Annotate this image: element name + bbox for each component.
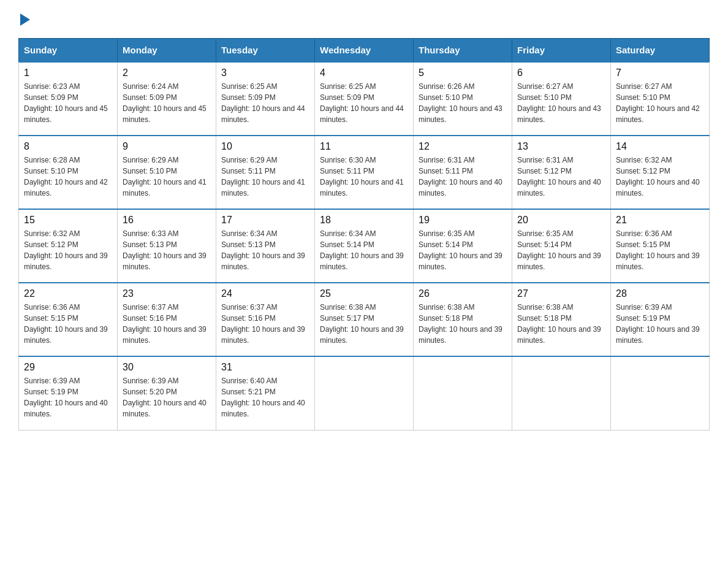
day-info: Sunrise: 6:32 AMSunset: 5:12 PMDaylight:… [616,156,700,197]
calendar-table: Sunday Monday Tuesday Wednesday Thursday… [18,38,710,431]
table-row: 18 Sunrise: 6:34 AMSunset: 5:14 PMDaylig… [315,209,414,283]
day-info: Sunrise: 6:34 AMSunset: 5:13 PMDaylight:… [221,229,305,271]
header-sunday: Sunday [19,39,118,63]
day-info: Sunrise: 6:36 AMSunset: 5:15 PMDaylight:… [24,303,108,345]
day-number: 24 [221,288,309,299]
day-number: 13 [517,141,605,152]
day-info: Sunrise: 6:34 AMSunset: 5:14 PMDaylight:… [320,229,404,271]
table-row: 4 Sunrise: 6:25 AMSunset: 5:09 PMDayligh… [315,62,414,136]
day-info: Sunrise: 6:36 AMSunset: 5:15 PMDaylight:… [616,229,700,271]
day-number: 12 [419,141,507,152]
table-row: 29 Sunrise: 6:39 AMSunset: 5:19 PMDaylig… [19,356,118,430]
table-row: 2 Sunrise: 6:24 AMSunset: 5:09 PMDayligh… [118,62,216,136]
header-tuesday: Tuesday [216,39,315,63]
day-info: Sunrise: 6:23 AMSunset: 5:09 PMDaylight:… [24,82,108,124]
day-info: Sunrise: 6:35 AMSunset: 5:14 PMDaylight:… [517,229,601,271]
day-number: 31 [221,362,309,373]
day-number: 20 [517,215,605,226]
day-info: Sunrise: 6:33 AMSunset: 5:13 PMDaylight:… [123,229,207,271]
table-row: 13 Sunrise: 6:31 AMSunset: 5:12 PMDaylig… [512,136,611,209]
day-number: 23 [123,288,211,299]
table-row: 6 Sunrise: 6:27 AMSunset: 5:10 PMDayligh… [512,62,611,136]
day-number: 14 [616,141,704,152]
logo [18,12,30,26]
day-info: Sunrise: 6:39 AMSunset: 5:20 PMDaylight:… [123,377,207,418]
header-thursday: Thursday [414,39,512,63]
table-row: 8 Sunrise: 6:28 AMSunset: 5:10 PMDayligh… [19,136,118,209]
table-row: 11 Sunrise: 6:30 AMSunset: 5:11 PMDaylig… [315,136,414,209]
header-friday: Friday [512,39,611,63]
day-number: 28 [616,288,704,299]
table-row: 27 Sunrise: 6:38 AMSunset: 5:18 PMDaylig… [512,283,611,356]
day-info: Sunrise: 6:35 AMSunset: 5:14 PMDaylight:… [419,229,502,271]
day-number: 15 [24,215,112,226]
day-number: 7 [616,67,704,79]
day-info: Sunrise: 6:39 AMSunset: 5:19 PMDaylight:… [616,303,700,345]
day-info: Sunrise: 6:29 AMSunset: 5:11 PMDaylight:… [221,156,305,197]
day-number: 11 [320,141,408,152]
table-row: 10 Sunrise: 6:29 AMSunset: 5:11 PMDaylig… [216,136,315,209]
table-row: 20 Sunrise: 6:35 AMSunset: 5:14 PMDaylig… [512,209,611,283]
day-number: 30 [123,362,211,373]
table-row [414,356,512,430]
day-number: 21 [616,215,704,226]
day-info: Sunrise: 6:28 AMSunset: 5:10 PMDaylight:… [24,156,108,197]
day-number: 18 [320,215,408,226]
day-info: Sunrise: 6:27 AMSunset: 5:10 PMDaylight:… [616,82,700,124]
table-row [611,356,710,430]
table-row: 3 Sunrise: 6:25 AMSunset: 5:09 PMDayligh… [216,62,315,136]
day-number: 2 [123,67,211,79]
table-row [315,356,414,430]
header-wednesday: Wednesday [315,39,414,63]
table-row: 26 Sunrise: 6:38 AMSunset: 5:18 PMDaylig… [414,283,512,356]
day-info: Sunrise: 6:26 AMSunset: 5:10 PMDaylight:… [419,82,502,124]
table-row: 25 Sunrise: 6:38 AMSunset: 5:17 PMDaylig… [315,283,414,356]
table-row: 15 Sunrise: 6:32 AMSunset: 5:12 PMDaylig… [19,209,118,283]
table-row: 5 Sunrise: 6:26 AMSunset: 5:10 PMDayligh… [414,62,512,136]
day-info: Sunrise: 6:29 AMSunset: 5:10 PMDaylight:… [123,156,207,197]
day-info: Sunrise: 6:37 AMSunset: 5:16 PMDaylight:… [123,303,207,345]
day-number: 8 [24,141,112,152]
table-row: 31 Sunrise: 6:40 AMSunset: 5:21 PMDaylig… [216,356,315,430]
calendar-body: 1 Sunrise: 6:23 AMSunset: 5:09 PMDayligh… [19,62,710,430]
header-saturday: Saturday [611,39,710,63]
table-row: 1 Sunrise: 6:23 AMSunset: 5:09 PMDayligh… [19,62,118,136]
day-number: 29 [24,362,112,373]
day-number: 4 [320,67,408,79]
day-info: Sunrise: 6:25 AMSunset: 5:09 PMDaylight:… [221,82,305,124]
day-number: 9 [123,141,211,152]
day-number: 22 [24,288,112,299]
day-number: 19 [419,215,507,226]
table-row: 19 Sunrise: 6:35 AMSunset: 5:14 PMDaylig… [414,209,512,283]
day-info: Sunrise: 6:27 AMSunset: 5:10 PMDaylight:… [517,82,601,124]
table-row: 24 Sunrise: 6:37 AMSunset: 5:16 PMDaylig… [216,283,315,356]
day-info: Sunrise: 6:38 AMSunset: 5:17 PMDaylight:… [320,303,404,345]
day-number: 25 [320,288,408,299]
table-row: 12 Sunrise: 6:31 AMSunset: 5:11 PMDaylig… [414,136,512,209]
day-number: 1 [24,67,112,79]
table-row [512,356,611,430]
day-number: 17 [221,215,309,226]
header-monday: Monday [118,39,216,63]
table-row: 16 Sunrise: 6:33 AMSunset: 5:13 PMDaylig… [118,209,216,283]
table-row: 28 Sunrise: 6:39 AMSunset: 5:19 PMDaylig… [611,283,710,356]
day-info: Sunrise: 6:40 AMSunset: 5:21 PMDaylight:… [221,377,305,418]
day-number: 27 [517,288,605,299]
table-row: 21 Sunrise: 6:36 AMSunset: 5:15 PMDaylig… [611,209,710,283]
day-number: 6 [517,67,605,79]
day-number: 16 [123,215,211,226]
table-row: 22 Sunrise: 6:36 AMSunset: 5:15 PMDaylig… [19,283,118,356]
table-row: 14 Sunrise: 6:32 AMSunset: 5:12 PMDaylig… [611,136,710,209]
day-info: Sunrise: 6:31 AMSunset: 5:12 PMDaylight:… [517,156,601,197]
table-row: 17 Sunrise: 6:34 AMSunset: 5:13 PMDaylig… [216,209,315,283]
table-row: 9 Sunrise: 6:29 AMSunset: 5:10 PMDayligh… [118,136,216,209]
day-info: Sunrise: 6:31 AMSunset: 5:11 PMDaylight:… [419,156,502,197]
table-row: 30 Sunrise: 6:39 AMSunset: 5:20 PMDaylig… [118,356,216,430]
day-info: Sunrise: 6:38 AMSunset: 5:18 PMDaylight:… [419,303,502,345]
page-header [18,12,710,26]
day-number: 3 [221,67,309,79]
table-row: 7 Sunrise: 6:27 AMSunset: 5:10 PMDayligh… [611,62,710,136]
day-info: Sunrise: 6:24 AMSunset: 5:09 PMDaylight:… [123,82,207,124]
day-info: Sunrise: 6:38 AMSunset: 5:18 PMDaylight:… [517,303,601,345]
day-info: Sunrise: 6:37 AMSunset: 5:16 PMDaylight:… [221,303,305,345]
